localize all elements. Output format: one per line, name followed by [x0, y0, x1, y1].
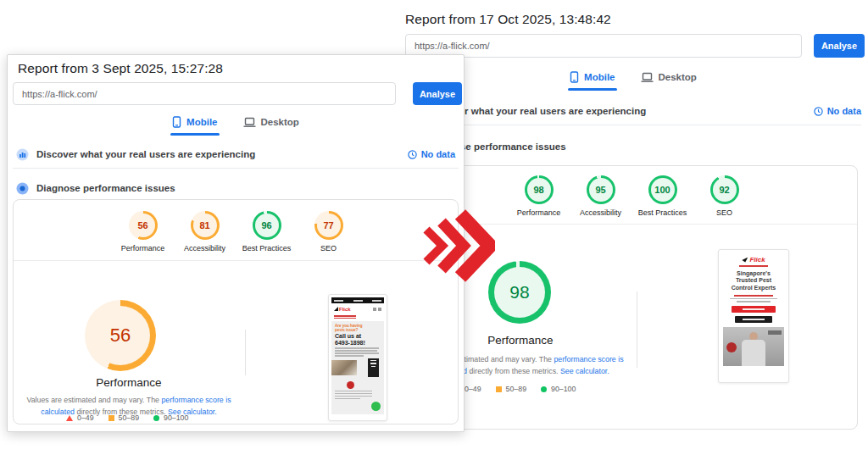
- diagnose-report-card: 98 Performance 95 Accessibility 100 Best…: [405, 165, 858, 430]
- thumbnail-screenshot: Flick Singapore's Trusted Pest Control E…: [721, 252, 786, 380]
- tab-mobile[interactable]: Mobile: [570, 71, 615, 91]
- tab-mobile-label: Mobile: [584, 72, 615, 82]
- score-chip-best-practices[interactable]: 96 Best Practices: [241, 211, 293, 252]
- vertical-divider: [637, 291, 637, 368]
- score-chip-seo[interactable]: 77 SEO: [303, 211, 355, 252]
- performance-gauge: 56: [85, 300, 156, 371]
- legend-good: 90–100: [541, 385, 576, 393]
- score-chip-accessibility[interactable]: 81 Accessibility: [179, 211, 231, 252]
- page-screenshot-thumbnail[interactable]: Flick Singapore's Trusted Pest Control E…: [718, 249, 789, 383]
- green-circle-icon: [541, 386, 547, 392]
- see-calculator-link[interactable]: See calculator.: [560, 367, 609, 375]
- thumbnail-contact-button: [735, 316, 772, 323]
- analyse-button[interactable]: Analyse: [413, 82, 462, 105]
- paragraph-lines: [335, 347, 381, 357]
- tab-desktop[interactable]: Desktop: [641, 71, 697, 91]
- thumbnail-bottom: [331, 379, 384, 414]
- score-chip-best-practices[interactable]: 100 Best Practices: [637, 175, 689, 217]
- seo-score-ring: 92: [710, 175, 739, 204]
- call-text-line1: Call us at: [335, 333, 381, 340]
- analyse-button[interactable]: Analyse: [814, 34, 865, 58]
- url-input[interactable]: [405, 34, 802, 58]
- orange-square-icon: [108, 415, 114, 421]
- legend-average: 50–89: [496, 385, 526, 393]
- flick-wing-mark: [742, 258, 748, 263]
- score-chip-seo[interactable]: 92 SEO: [698, 175, 751, 217]
- red-chevron-arrow: [419, 208, 495, 283]
- thumbnail-photo: [331, 360, 357, 375]
- best-practices-score-ring: 96: [253, 211, 281, 240]
- clock-icon: [814, 107, 823, 116]
- no-data-link[interactable]: No data: [408, 149, 455, 159]
- no-data-link[interactable]: No data: [814, 106, 861, 116]
- tab-desktop-label: Desktop: [659, 72, 697, 82]
- discover-label: Discover what your real users are experi…: [36, 149, 255, 159]
- flick-logo: Flick: [721, 256, 786, 264]
- desktop-laptop-icon: [641, 72, 654, 83]
- text-line: [730, 298, 777, 300]
- logo-tagline-bar: [331, 314, 384, 321]
- tab-desktop-label: Desktop: [261, 117, 299, 127]
- call-text-line2: 6493-1898!: [335, 340, 381, 347]
- performance-gauge: 98: [488, 261, 551, 324]
- score-chip-performance[interactable]: 98 Performance: [513, 175, 565, 217]
- legend-good: 90–100: [153, 413, 188, 422]
- diagnose-gauge-icon: [16, 182, 29, 195]
- active-tab-underline: [568, 88, 616, 91]
- score-chip-accessibility[interactable]: 95 Accessibility: [575, 175, 627, 217]
- vertical-divider: [245, 330, 246, 375]
- mobile-phone-icon: [172, 116, 181, 128]
- flick-wing-mark: [334, 307, 338, 311]
- accessibility-score-ring: 95: [587, 175, 615, 204]
- desktop-laptop-icon: [243, 117, 256, 128]
- tab-desktop[interactable]: Desktop: [243, 116, 299, 136]
- active-tab-underline: [170, 133, 219, 136]
- score-chip-performance[interactable]: 56 Performance: [117, 211, 170, 252]
- text-line: [737, 301, 771, 302]
- thumbnail-media-row: [331, 358, 384, 379]
- no-data-label: No data: [827, 106, 861, 116]
- tab-mobile[interactable]: Mobile: [172, 116, 217, 136]
- legend-average: 50–89: [108, 413, 139, 422]
- logo-tagline-bar: [739, 265, 768, 267]
- tab-mobile-label: Mobile: [186, 117, 217, 127]
- accessibility-score-ring: 81: [191, 211, 220, 240]
- thumbnail-hero: Are you having pests issue? Call us at 6…: [331, 321, 384, 358]
- thumbnail-cta-button: [732, 306, 776, 313]
- crest-icon: [347, 381, 354, 389]
- performance-score-ring: 56: [129, 211, 158, 240]
- diagnose-label: Diagnose performance issues: [36, 183, 175, 193]
- clock-icon: [408, 150, 417, 159]
- promo-text: Are you having pests issue?: [335, 324, 369, 333]
- page-screenshot-thumbnail[interactable]: Flick Are you having pests issue? Call u…: [328, 294, 387, 421]
- thumbnail-heading: Singapore's Trusted Pest Control Experts: [721, 270, 786, 291]
- card-divider: [14, 260, 458, 261]
- discount-badge: [368, 358, 379, 377]
- url-input[interactable]: [13, 82, 396, 105]
- diagnose-report-card: 56 Performance 81 Accessibility 96 Best …: [13, 199, 459, 424]
- gauge-title: Performance: [14, 376, 244, 389]
- header-icons: [373, 308, 381, 311]
- section-divider: [405, 125, 861, 125]
- page-title: Report from 17 Oct 2025, 13:48:42: [405, 12, 611, 27]
- performance-score-ring: 98: [525, 175, 554, 204]
- legend-poor: 0–49: [66, 413, 94, 422]
- text-line: [734, 295, 773, 297]
- thumbnail-screenshot: Flick Are you having pests issue? Call u…: [331, 297, 384, 418]
- red-triangle-icon: [66, 415, 73, 421]
- thumbnail-header: Flick: [331, 303, 384, 314]
- orange-square-icon: [496, 386, 502, 392]
- real-users-icon: [16, 148, 29, 161]
- thumbnail-photo: [723, 327, 784, 366]
- thumbnail-topbar: [331, 297, 384, 303]
- page-title: Report from 3 Sept 2025, 15:27:28: [18, 61, 223, 76]
- section-divider: [13, 168, 459, 169]
- score-legend: 0–49 50–89 90–100: [453, 385, 576, 393]
- no-data-label: No data: [421, 149, 455, 159]
- best-practices-score-ring: 100: [648, 175, 677, 204]
- whatsapp-icon: [371, 402, 381, 411]
- mobile-phone-icon: [570, 71, 579, 83]
- paragraph-lines: [335, 391, 381, 400]
- green-circle-icon: [153, 415, 159, 421]
- flick-logo: Flick: [334, 307, 351, 312]
